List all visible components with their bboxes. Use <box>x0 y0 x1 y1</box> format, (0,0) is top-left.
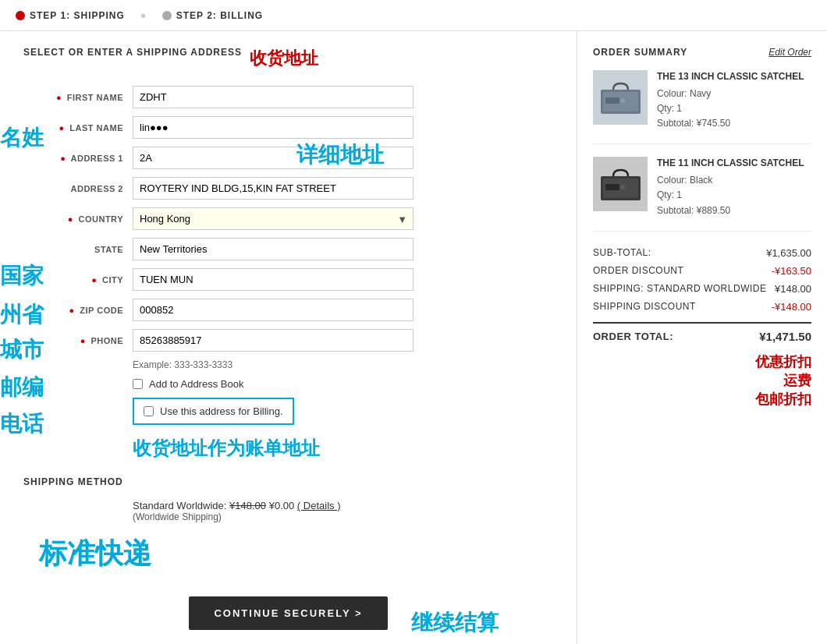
edit-order-link[interactable]: Edit Order <box>768 47 811 58</box>
city-row: ● CITY <box>23 268 553 291</box>
address2-input[interactable] <box>133 177 414 200</box>
country-row: ● COUNTRY Hong Kong ▼ <box>23 207 553 230</box>
product-subtotal-2: Subtotal: ¥889.50 <box>657 203 811 218</box>
billing-checkbox[interactable] <box>144 406 154 416</box>
shipping-row: SHIPPING: STANDARD WORLDWIDE ¥148.00 <box>593 280 811 298</box>
country-label: ● COUNTRY <box>23 214 133 224</box>
state-row: STATE <box>23 238 553 260</box>
step1-label: STEP 1: SHIPPING <box>30 10 125 21</box>
country-select-wrapper[interactable]: Hong Kong ▼ <box>133 207 414 230</box>
product-subtotal-1: Subtotal: ¥745.50 <box>657 116 811 131</box>
annotation-continue-chinese: 继续结算 <box>411 608 499 638</box>
first-name-label: ● FIRST NAME <box>23 93 133 102</box>
bag-svg-1 <box>599 80 642 115</box>
product-item-2: THE 11 INCH CLASSIC SATCHEL Colour: Blac… <box>593 157 811 231</box>
billing-checkbox-box: Use this address for Billing. <box>133 398 294 425</box>
product-image-1 <box>593 70 648 125</box>
annotation-zip: 邮编 <box>0 373 44 402</box>
svg-rect-2 <box>605 97 619 104</box>
subtotal-value: ¥1,635.00 <box>766 247 811 259</box>
shipping-label: SHIPPING: STANDARD WORLDWIDE <box>593 283 766 294</box>
product-name-2: THE 11 INCH CLASSIC SATCHEL <box>657 157 811 170</box>
annotation-discount: 优惠折扣 <box>593 352 811 371</box>
continue-button[interactable]: CONTINUE SECURELY > <box>189 596 387 630</box>
annotation-phone: 电话 <box>0 409 44 439</box>
annotation-city: 城市 <box>0 335 44 365</box>
svg-point-7 <box>620 185 625 189</box>
step1: STEP 1: SHIPPING <box>16 10 125 21</box>
product-colour-2: Colour: Black <box>657 173 811 188</box>
shipping-new-price: ¥0.00 <box>269 500 295 511</box>
required-dot-firstname: ● <box>56 93 62 102</box>
shipping-method-section: SHIPPING METHOD Standard Worldwide: ¥148… <box>23 476 553 522</box>
annotation-billing-chinese: 收货地址作为账单地址 <box>133 436 553 461</box>
worldwide-note: (Worldwide Shipping) <box>133 511 553 522</box>
discount-value: -¥163.50 <box>772 265 811 277</box>
total-row: ORDER TOTAL: ¥1,471.50 <box>593 322 811 346</box>
required-dot-country: ● <box>68 214 73 224</box>
step1-dot <box>16 11 25 20</box>
product-info-2: THE 11 INCH CLASSIC SATCHEL Colour: Blac… <box>657 157 811 218</box>
step-separator: ● <box>140 9 147 21</box>
shipping-details-link[interactable]: ( Details ) <box>297 500 341 511</box>
step2-dot <box>162 11 172 20</box>
product-colour-1: Colour: Navy <box>657 87 811 101</box>
svg-point-3 <box>620 98 625 103</box>
first-name-row: ● FIRST NAME <box>23 86 553 108</box>
product-name-1: THE 13 INCH CLASSIC SATCHEL <box>657 70 811 83</box>
last-name-row: ● LAST NAME <box>23 116 553 139</box>
address2-row: ADDRESS 2 <box>23 177 553 200</box>
annotation-shipping-discount: 包邮折扣 <box>593 390 811 409</box>
last-name-input[interactable] <box>133 116 414 139</box>
discount-label: ORDER DISCOUNT <box>593 265 683 276</box>
address2-label: ADDRESS 2 <box>23 184 133 193</box>
zip-row: ● ZIP CODE <box>23 299 553 321</box>
country-select[interactable]: Hong Kong <box>133 207 414 230</box>
subtotal-row: SUB-TOTAL: ¥1,635.00 <box>593 244 811 262</box>
bag-svg-2 <box>599 167 642 202</box>
required-dot-city: ● <box>91 275 97 285</box>
address1-input[interactable] <box>133 147 414 169</box>
step2-label: STEP 2: BILLING <box>176 10 263 21</box>
annotation-state: 州省 <box>0 300 44 330</box>
address1-label: ● ADDRESS 1 <box>23 154 133 163</box>
shipping-option-text: Standard Worldwide: <box>133 500 226 511</box>
product-item-1: THE 13 INCH CLASSIC SATCHEL Colour: Navy… <box>593 70 811 144</box>
zip-input[interactable] <box>133 299 414 321</box>
required-dot-zip: ● <box>69 306 75 315</box>
billing-label: Use this address for Billing. <box>160 405 283 417</box>
first-name-input[interactable] <box>133 86 414 108</box>
required-dot-addr1: ● <box>60 154 66 163</box>
required-dot-lastname: ● <box>59 123 65 133</box>
required-dot-phone: ● <box>80 336 86 345</box>
shipping-form-panel: SELECT OR ENTER A SHIPPING ADDRESS 收货地址 … <box>0 31 577 644</box>
product-qty-2: Qty: 1 <box>657 188 811 203</box>
add-address-book-label: Add to Address Book <box>149 378 243 390</box>
subtotal-label: SUB-TOTAL: <box>593 247 651 258</box>
chinese-title-label: 收货地址 <box>250 47 318 70</box>
total-value: ¥1,471.50 <box>759 330 811 343</box>
annotation-shipping-chinese: 标准快递 <box>39 535 553 573</box>
order-summary-panel: ORDER SUMMARY Edit Order THE 13 INCH CLA… <box>577 31 827 644</box>
shipping-discount-value: -¥148.00 <box>772 301 811 313</box>
shipping-value: ¥148.00 <box>775 283 811 295</box>
state-input[interactable] <box>133 238 414 260</box>
svg-rect-6 <box>605 184 619 190</box>
shipping-method-title: SHIPPING METHOD <box>23 476 553 487</box>
phone-input[interactable] <box>133 329 414 352</box>
shipping-original-price: ¥148.00 <box>229 500 266 511</box>
order-summary-header: ORDER SUMMARY Edit Order <box>593 47 811 58</box>
city-input[interactable] <box>133 268 414 291</box>
total-label: ORDER TOTAL: <box>593 331 673 342</box>
phone-example: Example: 333-333-3333 <box>133 359 553 370</box>
shipping-option-row: Standard Worldwide: ¥148.00 ¥0.00 ( Deta… <box>133 500 553 511</box>
add-address-book-row: Add to Address Book <box>133 378 553 390</box>
steps-bar: STEP 1: SHIPPING ● STEP 2: BILLING <box>0 0 827 31</box>
product-info-1: THE 13 INCH CLASSIC SATCHEL Colour: Navy… <box>657 70 811 131</box>
product-qty-1: Qty: 1 <box>657 101 811 116</box>
section-title: SELECT OR ENTER A SHIPPING ADDRESS <box>23 47 242 58</box>
phone-row: ● PHONE <box>23 329 553 352</box>
add-address-book-checkbox[interactable] <box>133 379 143 389</box>
step2: STEP 2: BILLING <box>162 10 263 21</box>
annotation-country: 国家 <box>0 261 44 291</box>
